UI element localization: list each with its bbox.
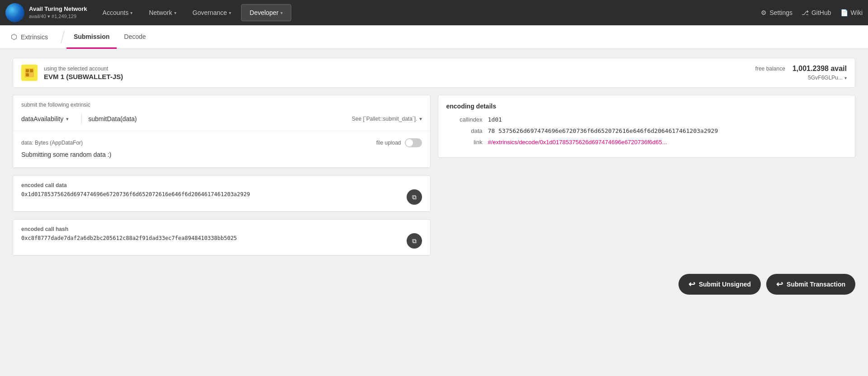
data-header: data: Bytes (AppDataFor) file upload	[21, 138, 422, 147]
data-encoding-key: data	[446, 127, 483, 134]
copy-call-hash-button[interactable]: ⧉	[407, 233, 422, 249]
subnav: ⬡ Extrinsics Submission Decode	[0, 25, 868, 49]
encoded-call-data-section: encoded call data 0x1d01785375626d697474…	[13, 175, 431, 212]
data-type-label: data: Bytes (AppDataFor)	[21, 140, 83, 146]
col-right: encoding details callindex 1d01 data 78 …	[438, 95, 856, 263]
svg-rect-1	[26, 69, 29, 72]
encoded-call-hash-value: 0xc8f8777dade7daf2a6db2bc205612c88a2f91d…	[21, 235, 402, 241]
extrinsic-section: submit the following extrinsic dataAvail…	[13, 95, 431, 168]
nav-settings[interactable]: ⚙ Settings	[761, 9, 792, 16]
developer-chevron-icon: ▾	[280, 10, 283, 15]
copy-icon-2: ⧉	[412, 237, 417, 245]
nav-accounts[interactable]: Accounts ▾	[95, 0, 141, 25]
nav-right: ⚙ Settings ⎇ GitHub 📄 Wiki	[761, 9, 863, 16]
encoding-link[interactable]: #/extrinsics/decode/0x1d01785375626d6974…	[488, 139, 667, 146]
free-balance-label: free balance	[755, 66, 785, 72]
section-header: submit the following extrinsic dataAvail…	[13, 95, 430, 131]
balance-amount: 1,001.2398 avail	[792, 65, 847, 73]
file-upload-toggle-switch[interactable]	[405, 138, 422, 147]
nav-governance[interactable]: Governance ▾	[185, 0, 239, 25]
brand-logo	[5, 3, 24, 22]
link-row: link #/extrinsics/decode/0x1d01785375626…	[446, 139, 847, 146]
brand: Avail Turing Network avail/40 ▾ #1,249,1…	[5, 3, 87, 22]
account-icon	[21, 65, 38, 81]
brand-text: Avail Turing Network avail/40 ▾ #1,249,1…	[29, 5, 87, 19]
account-label: using the selected account	[44, 66, 749, 72]
svg-rect-3	[26, 73, 29, 76]
callindex-key: callindex	[446, 116, 483, 123]
nav-network[interactable]: Network ▾	[141, 0, 184, 25]
encoded-call-hash-section: encoded call hash 0xc8f8777dade7daf2a6db…	[13, 219, 431, 256]
account-balance: free balance 1,001.2398 avail 5GvF6GLPu.…	[755, 65, 847, 81]
account-name: EVM 1 (SUBWALLET-JS)	[44, 73, 749, 80]
callindex-row: callindex 1d01	[446, 116, 847, 123]
encoded-call-hash-row: encoded call hash 0xc8f8777dade7daf2a6db…	[13, 220, 430, 255]
encoded-call-data-content: encoded call data 0x1d01785375626d697474…	[21, 182, 402, 197]
balance-address[interactable]: 5GvF6GLPu... ▾	[808, 75, 847, 81]
submit-transaction-icon: ↩	[776, 279, 783, 289]
top-nav: Avail Turing Network avail/40 ▾ #1,249,1…	[0, 0, 868, 25]
svg-rect-4	[30, 73, 33, 76]
data-input-section: data: Bytes (AppDataFor) file upload Sub…	[13, 131, 430, 168]
encoded-call-data-row: encoded call data 0x1d01785375626d697474…	[13, 176, 430, 212]
svg-rect-2	[30, 69, 33, 72]
submit-transaction-button[interactable]: ↩ Submit Transaction	[766, 274, 855, 295]
encoded-call-hash-label: encoded call hash	[21, 226, 402, 232]
file-upload-toggle: file upload	[376, 138, 422, 147]
method-label: submitData(data)	[88, 115, 137, 122]
data-encoding-value: 78 5375626d697474696e6720736f6d652072616…	[488, 127, 718, 134]
nav-developer[interactable]: Developer ▾	[241, 4, 291, 21]
two-col-layout: submit the following extrinsic dataAvail…	[13, 95, 855, 263]
extrinsics-icon: ⬡	[11, 33, 17, 41]
subnav-extrinsics: ⬡ Extrinsics	[11, 33, 48, 41]
encoded-call-data-label: encoded call data	[21, 182, 402, 188]
pallet-chevron-icon: ▾	[66, 116, 69, 122]
subnav-divider	[61, 30, 65, 43]
encoding-details-title: encoding details	[446, 103, 847, 110]
link-key: link	[446, 139, 483, 146]
governance-chevron-icon: ▾	[229, 10, 231, 15]
selector-divider	[81, 113, 82, 124]
col-left: submit the following extrinsic dataAvail…	[13, 95, 431, 263]
account-row: using the selected account EVM 1 (SUBWAL…	[13, 58, 855, 88]
accounts-chevron-icon: ▾	[130, 10, 133, 15]
brand-sub: avail/40 ▾ #1,249,129	[29, 13, 87, 19]
network-chevron-icon: ▾	[174, 10, 176, 15]
nav-github[interactable]: ⎇ GitHub	[802, 9, 831, 16]
nav-wiki[interactable]: 📄 Wiki	[840, 9, 863, 16]
callindex-value: 1d01	[488, 116, 502, 123]
method-selector-row: submitData(data) See [`Pallet::submit_da…	[88, 115, 422, 122]
data-encoding-row: data 78 5375626d697474696e6720736f6d6520…	[446, 127, 847, 134]
extrinsic-label: submit the following extrinsic	[21, 102, 422, 108]
tab-submission[interactable]: Submission	[66, 25, 117, 49]
copy-icon: ⧉	[412, 193, 417, 201]
tab-decode[interactable]: Decode	[117, 25, 153, 49]
see-chevron-icon: ▾	[419, 116, 422, 122]
github-icon: ⎇	[802, 9, 809, 16]
actions-row: ↩ Submit Unsigned ↩ Submit Transaction	[13, 274, 855, 295]
see-link[interactable]: See [`Pallet::submit_data`]. ▾	[352, 116, 422, 122]
settings-icon: ⚙	[761, 9, 767, 16]
encoding-details-section: encoding details callindex 1d01 data 78 …	[438, 95, 856, 158]
data-value[interactable]: Submitting some random data :)	[21, 151, 422, 160]
selectors-row: dataAvailability ▾ submitData(data) See …	[21, 112, 422, 126]
pallet-selector[interactable]: dataAvailability ▾	[21, 112, 75, 126]
wiki-icon: 📄	[840, 9, 848, 16]
copy-call-data-button[interactable]: ⧉	[407, 189, 422, 205]
address-chevron-icon: ▾	[844, 75, 847, 80]
encoded-call-hash-content: encoded call hash 0xc8f8777dade7daf2a6db…	[21, 226, 402, 241]
submit-unsigned-button[interactable]: ↩ Submit Unsigned	[678, 274, 761, 295]
account-info: using the selected account EVM 1 (SUBWAL…	[44, 66, 749, 80]
submit-unsigned-icon: ↩	[688, 279, 695, 289]
account-avatar-icon	[24, 67, 35, 78]
brand-name: Avail Turing Network	[29, 5, 87, 13]
encoded-call-data-value: 0x1d01785375626d697474696e6720736f6d6520…	[21, 191, 402, 197]
main-content: using the selected account EVM 1 (SUBWAL…	[0, 49, 868, 376]
